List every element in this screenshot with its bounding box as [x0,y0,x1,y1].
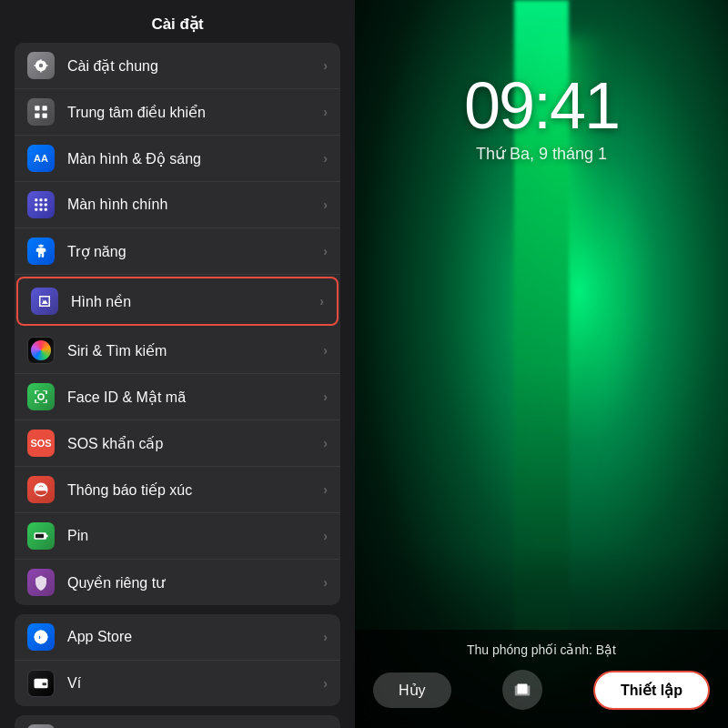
svg-rect-8 [40,204,43,207]
wallpaper-bottom-bar: Thu phóng phối cảnh: Bật Hủy Thiết lập [355,630,728,728]
display-icon: AA [27,145,55,172]
settings-item-wallpaper[interactable]: Hình nền › [16,277,339,326]
wallpaper-chevron: › [319,294,324,308]
svg-rect-6 [45,198,47,201]
settings-item-battery[interactable]: Pin › [15,513,340,560]
svg-rect-9 [45,204,47,207]
faceid-label: Face ID & Mật mã [67,389,323,406]
svg-rect-16 [46,535,48,538]
contact-chevron: › [323,482,328,497]
date-display: Thứ Ba, 9 tháng 1 [355,144,728,164]
cancel-button[interactable]: Hủy [373,672,451,708]
svg-rect-10 [35,208,37,211]
settings-item-siri[interactable]: Siri & Tìm kiếm › [15,328,340,374]
settings-item-display[interactable]: AA Màn hình & Độ sáng › [15,136,340,182]
settings-item-faceid[interactable]: Face ID & Mật mã › [15,374,340,420]
control-label: Trung tâm điều khiển [67,104,323,121]
settings-item-sos[interactable]: SOS SOS khẩn cấp › [15,420,340,467]
settings-item-general[interactable]: Cài đặt chung › [15,43,340,89]
svg-rect-0 [35,106,39,110]
settings-content: Cài đặt chung › Trung tâm điều khiển › A… [0,43,355,728]
settings-group-apps: App Store › Ví › [15,614,340,706]
settings-item-appstore[interactable]: App Store › [15,614,340,661]
svg-rect-7 [35,204,37,207]
accessibility-label: Trợ năng [67,243,323,260]
privacy-label: Quyền riêng tư [67,574,323,592]
display-label: Màn hình & Độ sáng [67,150,323,167]
accessibility-chevron: › [323,244,328,258]
svg-rect-4 [35,198,37,201]
wallet-chevron: › [323,676,328,691]
settings-item-password[interactable]: Mật khẩu › [15,715,340,728]
settings-item-privacy[interactable]: Quyền riêng tư › [15,560,340,605]
appstore-label: App Store [67,629,323,645]
wallet-label: Ví [67,675,323,692]
svg-rect-22 [517,684,527,694]
appstore-chevron: › [323,630,328,644]
setup-button[interactable]: Thiết lập [593,671,710,710]
privacy-chevron: › [323,575,328,590]
svg-rect-2 [35,114,39,118]
perspective-toggle-button[interactable] [502,670,542,710]
control-chevron: › [323,105,328,119]
settings-item-homescreen[interactable]: Màn hình chính › [15,182,340,228]
settings-title: Cài đặt [0,0,355,43]
settings-item-accessibility[interactable]: Trợ năng › [15,228,340,275]
svg-rect-5 [40,198,43,201]
contact-label: Thông báo tiếp xúc [67,481,323,499]
sos-icon: SOS [27,430,55,457]
general-chevron: › [323,58,328,73]
wallpaper-label: Hình nền [71,293,319,310]
svg-rect-19 [43,682,47,685]
wallpaper-panel: 09:41 Thứ Ba, 9 tháng 1 Thu phóng phối c… [355,0,728,728]
contact-icon [27,476,55,503]
display-chevron: › [323,151,328,166]
svg-rect-17 [35,534,44,539]
general-label: Cài đặt chung [67,57,323,75]
battery-icon [27,522,55,550]
wallet-icon [27,670,55,697]
settings-item-wallet[interactable]: Ví › [15,661,340,706]
faceid-icon [27,383,55,410]
svg-rect-3 [43,114,47,118]
svg-rect-1 [43,106,47,110]
homescreen-label: Màn hình chính [67,197,323,213]
siri-chevron: › [323,343,328,358]
battery-label: Pin [67,528,323,544]
settings-panel: Cài đặt Cài đặt chung › Trung tâm điều k… [0,0,355,728]
svg-rect-12 [45,208,47,211]
settings-item-control[interactable]: Trung tâm điều khiển › [15,89,340,136]
control-icon [27,98,55,126]
wallpaper-actions: Hủy Thiết lập [373,670,710,710]
privacy-icon [27,569,55,596]
appstore-icon [27,623,55,651]
siri-icon [27,337,55,364]
homescreen-chevron: › [323,197,328,212]
time-display: 09:41 [355,73,728,138]
perspective-icon [512,680,532,700]
perspective-hint: Thu phóng phối cảnh: Bật [373,642,710,657]
sos-chevron: › [323,436,328,450]
wallpaper-icon [31,288,58,315]
accessibility-icon [27,238,55,265]
settings-group-passwords: Mật khẩu › [15,715,340,728]
svg-rect-11 [40,208,43,211]
homescreen-icon [27,191,55,218]
password-icon [27,724,55,728]
battery-chevron: › [323,529,328,543]
settings-group-main: Cài đặt chung › Trung tâm điều khiển › A… [15,43,340,605]
faceid-chevron: › [323,389,328,404]
general-icon [27,52,55,79]
sos-label: SOS khẩn cấp [67,435,323,452]
siri-label: Siri & Tìm kiếm [67,342,323,359]
settings-item-contact[interactable]: Thông báo tiếp xúc › [15,467,340,513]
wallpaper-time-area: 09:41 Thứ Ba, 9 tháng 1 [355,73,728,164]
